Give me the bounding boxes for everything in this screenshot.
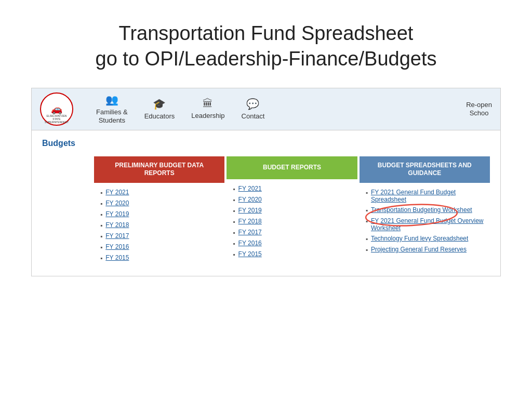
list-item: FY 2021 General Fund Budget Spreadsheet [366, 187, 484, 205]
leadership-icon: 🏛 [203, 98, 213, 110]
list-item: FY 2016 [233, 238, 351, 249]
reports-body: FY 2021 FY 2020 FY 2019 FY 2018 FY 2017 … [227, 179, 357, 264]
list-item: FY 2018 [233, 216, 351, 227]
reports-fy2017-link[interactable]: FY 2017 [238, 229, 262, 236]
reports-fy2021-link[interactable]: FY 2021 [238, 185, 262, 192]
list-item: FY 2015 [233, 249, 351, 260]
preliminary-fy2015-link[interactable]: FY 2015 [105, 254, 129, 261]
list-item: Projecting General Fund Reserves [366, 244, 484, 255]
list-item: FY 2020 [100, 198, 218, 209]
content-area: Budgets PRELIMINARY BUDGET DATA REPORTS … [32, 130, 500, 276]
general-fund-overview-link[interactable]: FY 2021 General Fund Budget Overview Wor… [371, 217, 484, 232]
contact-icon: 💬 [246, 98, 259, 110]
reports-fy2019-link[interactable]: FY 2019 [238, 207, 262, 214]
budget-tables: PRELIMINARY BUDGET DATA REPORTS FY 2021 … [94, 156, 490, 268]
list-item: FY 2017 [100, 231, 218, 242]
preliminary-fy2020-link[interactable]: FY 2020 [105, 200, 129, 207]
preliminary-fy2021-link[interactable]: FY 2021 [105, 189, 129, 196]
technology-fund-levy-link[interactable]: Technology Fund levy Spreadsheet [371, 235, 468, 242]
nav-items: 👥 Families &Students 🎓 Educators 🏛 Leade… [96, 94, 492, 124]
list-item: FY 2019 [100, 209, 218, 220]
list-item: FY 2019 [233, 205, 351, 216]
preliminary-fy2019-link[interactable]: FY 2019 [105, 210, 129, 218]
families-students-label: Families &Students [96, 108, 128, 124]
list-item: FY 2020 [233, 194, 351, 205]
list-item: FY 2021 [100, 187, 218, 198]
spreadsheets-body: FY 2021 General Fund Budget Spreadsheet … [360, 183, 490, 259]
preliminary-header: PRELIMINARY BUDGET DATA REPORTS [94, 156, 224, 183]
spreadsheets-column: BUDGET SPREADSHEETS AND GUIDANCE FY 2021… [360, 156, 490, 268]
educators-icon: 🎓 [153, 98, 166, 110]
list-item: Transportation Budgeting Worksheet [366, 205, 484, 216]
list-item: Technology Fund levy Spreadsheet [366, 233, 484, 244]
page-title: Transportation Fund Spreadsheet go to OP… [0, 0, 532, 88]
nav-bar: 🚗 ELSIE ARNTZENSTATE SUPERINTENDENT 👥 Fa… [32, 88, 500, 130]
list-item: FY 2021 [233, 183, 351, 194]
nav-item-educators[interactable]: 🎓 Educators [144, 98, 175, 121]
general-fund-budget-spreadsheet-link[interactable]: FY 2021 General Fund Budget Spreadsheet [371, 189, 484, 203]
leadership-label: Leadership [191, 112, 224, 120]
logo-text: ELSIE ARNTZENSTATE SUPERINTENDENT [40, 92, 73, 126]
list-item: FY 2021 General Fund Budget Overview Wor… [366, 216, 484, 233]
transportation-budgeting-worksheet-link[interactable]: Transportation Budgeting Worksheet [371, 206, 472, 214]
list-item: FY 2017 [233, 227, 351, 238]
preliminary-fy2016-link[interactable]: FY 2016 [105, 243, 129, 250]
logo-area: 🚗 ELSIE ARNTZENSTATE SUPERINTENDENT [40, 92, 82, 126]
budgets-heading: Budgets [42, 139, 490, 148]
preliminary-body: FY 2021 FY 2020 FY 2019 FY 2018 FY 2017 … [94, 183, 224, 268]
preliminary-fy2018-link[interactable]: FY 2018 [105, 221, 129, 229]
reports-header: BUDGET REPORTS [227, 156, 357, 179]
preliminary-fy2017-link[interactable]: FY 2017 [105, 232, 129, 240]
reports-column: BUDGET REPORTS FY 2021 FY 2020 FY 2019 F… [227, 156, 357, 268]
projecting-reserves-link[interactable]: Projecting General Fund Reserves [371, 246, 467, 253]
browser-frame: 🚗 ELSIE ARNTZENSTATE SUPERINTENDENT 👥 Fa… [31, 88, 501, 276]
contact-label: Contact [242, 112, 265, 121]
reopen-label: Re-openSchoo [466, 101, 492, 117]
reports-fy2018-link[interactable]: FY 2018 [238, 218, 262, 225]
families-students-icon: 👥 [105, 94, 118, 106]
nav-item-families-students[interactable]: 👥 Families &Students [96, 94, 128, 124]
reports-fy2016-link[interactable]: FY 2016 [238, 240, 262, 247]
nav-item-contact[interactable]: 💬 Contact [242, 98, 265, 121]
spreadsheets-header: BUDGET SPREADSHEETS AND GUIDANCE [360, 156, 490, 183]
reports-fy2015-link[interactable]: FY 2015 [238, 250, 262, 258]
reports-fy2020-link[interactable]: FY 2020 [238, 196, 262, 203]
preliminary-column: PRELIMINARY BUDGET DATA REPORTS FY 2021 … [94, 156, 224, 268]
list-item: FY 2016 [100, 242, 218, 252]
nav-item-leadership[interactable]: 🏛 Leadership [191, 98, 224, 120]
list-item: FY 2015 [100, 252, 218, 263]
educators-label: Educators [144, 112, 175, 121]
list-item: FY 2018 [100, 220, 218, 231]
nav-item-reopen[interactable]: Re-openSchoo [466, 101, 492, 117]
